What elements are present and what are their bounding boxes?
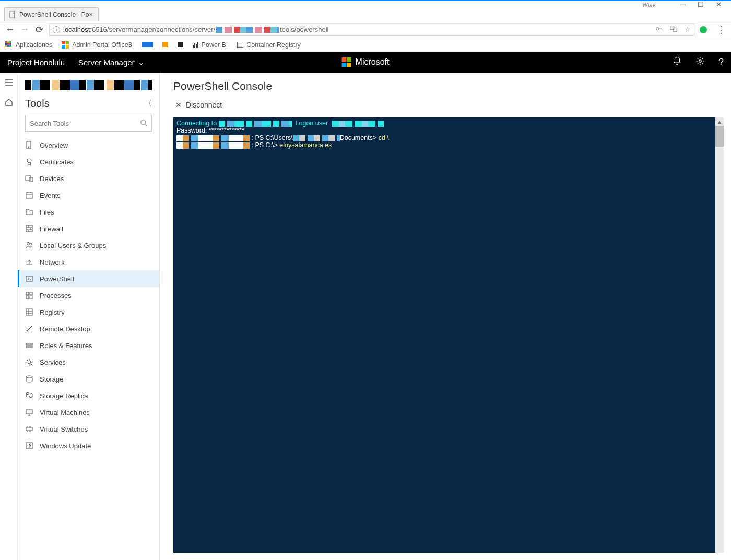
- devices-icon: [25, 174, 33, 183]
- sidebar-item-virtual-machines[interactable]: Virtual Machines: [18, 404, 159, 421]
- search-tools-box[interactable]: [25, 115, 152, 132]
- sidebar-item-label: Roles & Features: [40, 342, 92, 350]
- sidebar-item-label: Certificates: [40, 158, 74, 166]
- site-info-icon[interactable]: i: [53, 26, 60, 33]
- breadcrumb[interactable]: Server Manager ⌄: [78, 57, 145, 67]
- svg-rect-12: [26, 225, 32, 232]
- notifications-button[interactable]: [673, 56, 682, 68]
- files-icon: [25, 208, 33, 216]
- sidebar-item-label: Windows Update: [40, 442, 91, 450]
- tab-close-button[interactable]: ×: [89, 10, 93, 18]
- sidebar-item-network[interactable]: Network: [18, 254, 159, 270]
- swatch-icon: [178, 42, 183, 47]
- browser-tab[interactable]: PowerShell Console - Po ×: [4, 7, 99, 21]
- sidebar: Tools 〈 OverviewCertificatesDevicesEvent…: [18, 73, 160, 560]
- svg-point-1: [656, 27, 659, 30]
- terminal-redacted: [293, 135, 340, 141]
- window-maximize-button[interactable]: ☐: [698, 2, 704, 8]
- apps-icon: [5, 41, 13, 49]
- window-close-button[interactable]: ✕: [715, 2, 722, 8]
- terminal-redacted: [332, 121, 384, 127]
- sidebar-item-local-users-groups[interactable]: Local Users & Groups: [18, 237, 159, 254]
- certificates-icon: [25, 158, 33, 166]
- svg-point-24: [26, 376, 32, 378]
- address-bar[interactable]: i localhost :6516/servermanager/connecti…: [49, 23, 694, 36]
- new-tab-button[interactable]: [101, 10, 110, 19]
- svg-point-26: [29, 396, 32, 398]
- help-button[interactable]: ?: [718, 57, 724, 68]
- url-path-1: :6516/servermanager/connections/server/: [90, 26, 215, 33]
- svg-rect-18: [26, 296, 29, 299]
- sidebar-item-windows-update[interactable]: Windows Update: [18, 437, 159, 454]
- bookmark-container-registry[interactable]: ⬚ Container Registry: [237, 41, 301, 49]
- sidebar-item-roles-features[interactable]: Roles & Features: [18, 337, 159, 354]
- bookmark-admin-portal[interactable]: Admin Portal Office3: [62, 41, 132, 49]
- search-icon: [140, 119, 147, 128]
- sidebar-item-events[interactable]: Events: [18, 187, 159, 204]
- home-button[interactable]: [4, 98, 14, 107]
- content-area: PowerShell Console ✕ Disconnect Connecti…: [160, 73, 731, 560]
- close-icon: ✕: [175, 101, 182, 109]
- network-icon: [25, 258, 33, 266]
- url-path-2: tools/powershell: [280, 26, 328, 33]
- sidebar-item-label: Virtual Switches: [40, 425, 88, 433]
- sidebar-item-overview[interactable]: Overview: [18, 137, 159, 153]
- sidebar-item-files[interactable]: Files: [18, 204, 159, 220]
- sidebar-item-processes[interactable]: Processes: [18, 287, 159, 304]
- bookmark-swatch-1[interactable]: [142, 42, 153, 47]
- page-title: PowerShell Console: [173, 80, 724, 92]
- bookmark-swatch-3[interactable]: [178, 42, 183, 47]
- key-icon[interactable]: [655, 25, 663, 34]
- svg-point-4: [699, 59, 702, 62]
- registry-icon: [25, 308, 33, 316]
- terminal-redacted: [219, 121, 292, 127]
- url-host: localhost: [63, 26, 90, 33]
- events-icon: [25, 191, 33, 199]
- extension-icon[interactable]: [700, 26, 707, 33]
- sidebar-item-label: Events: [40, 192, 61, 199]
- bookmark-apps[interactable]: Aplicaciones: [5, 41, 52, 49]
- bookmark-swatch-2[interactable]: [162, 42, 168, 47]
- collapse-sidebar-button[interactable]: 〈: [144, 99, 152, 109]
- windows-update-icon: [25, 442, 33, 450]
- terminal-scrollbar[interactable]: ▲: [715, 117, 724, 553]
- settings-button[interactable]: [695, 56, 705, 68]
- scroll-thumb[interactable]: [715, 126, 724, 147]
- terminal[interactable]: Connecting to Logon user Password: *****…: [173, 117, 724, 553]
- sidebar-item-storage[interactable]: Storage: [18, 371, 159, 387]
- window-minimize-button[interactable]: ─: [680, 2, 686, 8]
- remote-desktop-icon: [25, 325, 33, 333]
- sidebar-item-virtual-switches[interactable]: Virtual Switches: [18, 421, 159, 437]
- sidebar-item-storage-replica[interactable]: Storage Replica: [18, 387, 159, 404]
- disconnect-button[interactable]: ✕ Disconnect: [175, 101, 222, 109]
- sidebar-item-certificates[interactable]: Certificates: [18, 153, 159, 170]
- bookmark-powerbi[interactable]: Power BI: [193, 41, 228, 49]
- svg-point-7: [28, 147, 29, 148]
- sidebar-item-label: Network: [40, 258, 65, 266]
- sidebar-item-services[interactable]: Services: [18, 354, 159, 371]
- sidebar-item-label: Registry: [40, 308, 65, 316]
- translate-icon[interactable]: [670, 25, 677, 34]
- scroll-up-icon[interactable]: ▲: [715, 117, 724, 126]
- svg-point-5: [141, 120, 146, 124]
- swatch-icon: [162, 42, 168, 47]
- terminal-redacted: [176, 142, 250, 149]
- browser-menu-button[interactable]: ⋮: [716, 24, 726, 35]
- svg-point-23: [28, 361, 31, 364]
- sidebar-item-registry[interactable]: Registry: [18, 304, 159, 320]
- local-users-groups-icon: [25, 241, 33, 249]
- sidebar-item-remote-desktop[interactable]: Remote Desktop: [18, 320, 159, 337]
- sidebar-item-powershell[interactable]: PowerShell: [18, 270, 159, 287]
- svg-rect-28: [26, 427, 32, 431]
- app-brand[interactable]: Project Honolulu: [7, 58, 65, 67]
- hamburger-button[interactable]: [4, 78, 14, 87]
- back-button[interactable]: ←: [5, 25, 15, 34]
- sidebar-item-firewall[interactable]: Firewall: [18, 220, 159, 237]
- search-tools-input[interactable]: [30, 120, 140, 127]
- star-icon[interactable]: ☆: [685, 26, 691, 33]
- svg-rect-21: [26, 343, 32, 345]
- forward-button[interactable]: →: [20, 25, 29, 34]
- sidebar-item-label: Storage Replica: [40, 392, 88, 400]
- sidebar-item-devices[interactable]: Devices: [18, 170, 159, 187]
- reload-button[interactable]: ⟳: [34, 25, 44, 34]
